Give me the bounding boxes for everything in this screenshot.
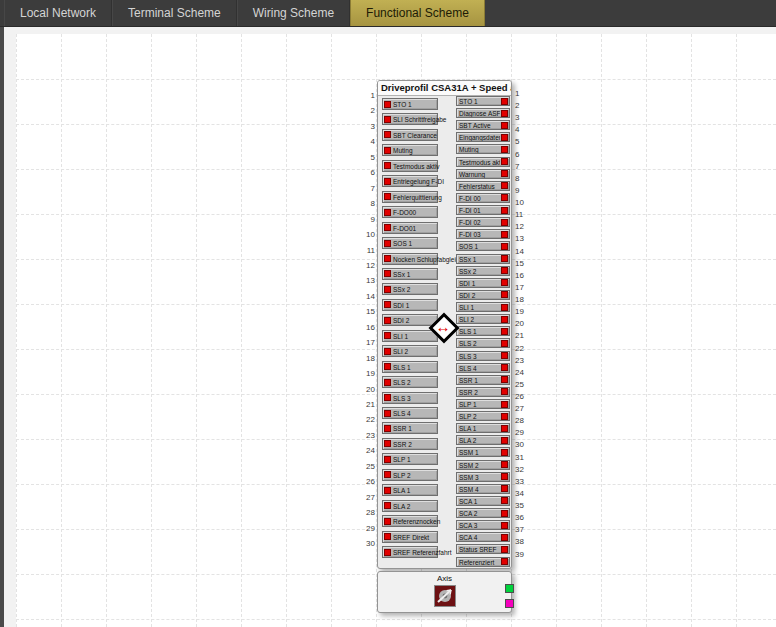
output-pin[interactable]: SSM 3 xyxy=(456,472,510,482)
tab-functional-scheme[interactable]: Functional Scheme xyxy=(350,0,485,26)
input-pin[interactable]: SLS 2 xyxy=(382,376,438,388)
output-pin[interactable]: SLS 3 xyxy=(456,351,510,361)
input-pin[interactable]: SSR 1 xyxy=(382,422,438,434)
pin-label: SSx 2 xyxy=(393,285,410,294)
input-pin[interactable]: STO 1 xyxy=(382,98,438,110)
pin-connector-icon xyxy=(501,461,508,468)
pin-label: SOS 1 xyxy=(459,243,500,250)
connection-handle[interactable]: ↔ xyxy=(428,312,458,342)
tab-local-network[interactable]: Local Network xyxy=(4,0,112,26)
input-pin[interactable]: SLP 1 xyxy=(382,453,438,465)
output-pin[interactable]: SLI 2 xyxy=(456,314,510,324)
input-pin[interactable]: SSR 2 xyxy=(382,438,438,450)
output-pin[interactable]: Referenziert xyxy=(456,557,510,567)
pin-label: SSM 2 xyxy=(459,462,500,469)
output-pin[interactable]: SCA 4 xyxy=(456,532,510,542)
output-pin[interactable]: F-DI 01 xyxy=(456,205,510,215)
output-pin[interactable]: Fehlerstatus xyxy=(456,181,510,191)
output-pin[interactable]: STO 1 xyxy=(456,96,510,106)
output-pin[interactable]: SLP 2 xyxy=(456,411,510,421)
pin-connector-icon xyxy=(384,502,391,509)
output-pin[interactable]: SCA 2 xyxy=(456,508,510,518)
grid-line xyxy=(556,34,557,627)
input-pin[interactable]: Testmodus aktiv xyxy=(382,160,438,172)
input-pin[interactable]: Nocken Schlupfabgleich xyxy=(382,253,438,265)
output-pin[interactable]: Testmodus aktiv xyxy=(456,157,510,167)
input-pin[interactable]: F-DO00 xyxy=(382,206,438,218)
axis-port-magenta[interactable] xyxy=(505,599,514,608)
tab-wiring-scheme[interactable]: Wiring Scheme xyxy=(237,0,350,26)
output-pin[interactable]: SLS 2 xyxy=(456,338,510,348)
output-pin[interactable]: SDI 2 xyxy=(456,290,510,300)
input-pin[interactable]: SLA 2 xyxy=(382,500,438,512)
output-pin[interactable]: SBT Active xyxy=(456,120,510,130)
tab-terminal-scheme[interactable]: Terminal Scheme xyxy=(112,0,237,26)
output-pin[interactable]: SDI 1 xyxy=(456,278,510,288)
pin-label: SLP 2 xyxy=(459,413,500,420)
output-pin[interactable]: SSx 2 xyxy=(456,266,510,276)
pin-connector-icon xyxy=(501,134,508,141)
input-pin[interactable]: SLA 1 xyxy=(382,484,438,496)
input-pin[interactable]: SREF Referenzfahrt xyxy=(382,546,438,558)
input-pin[interactable]: SDI 1 xyxy=(382,299,438,311)
pin-connector-icon xyxy=(384,456,391,463)
output-pin[interactable]: SSx 1 xyxy=(456,254,510,264)
pin-label: SSM 1 xyxy=(459,449,500,456)
output-pin[interactable]: SCA 1 xyxy=(456,496,510,506)
input-pin[interactable]: Muting xyxy=(382,144,438,156)
pin-connector-icon xyxy=(384,425,391,432)
axis-motor-icon[interactable] xyxy=(434,585,456,607)
input-pin[interactable]: Fehlerquittierung xyxy=(382,191,438,203)
input-pin[interactable]: SLI Schrittfreigabe xyxy=(382,113,438,125)
output-pin[interactable]: SLP 1 xyxy=(456,399,510,409)
pin-connector-icon xyxy=(501,425,508,432)
input-pin[interactable]: SLP 2 xyxy=(382,469,438,481)
pin-connector-icon xyxy=(384,147,391,154)
output-pin[interactable]: SOS 1 xyxy=(456,241,510,251)
input-pin[interactable]: SLS 1 xyxy=(382,361,438,373)
input-pin[interactable]: Entriegelung F-DI xyxy=(382,175,438,187)
output-pin[interactable]: SSR 1 xyxy=(456,375,510,385)
pin-connector-icon xyxy=(384,533,391,540)
output-pin[interactable]: SSM 2 xyxy=(456,460,510,470)
output-pin[interactable]: SCA 3 xyxy=(456,520,510,530)
output-pin[interactable]: SSM 4 xyxy=(456,484,510,494)
output-pin[interactable]: Diagnose ASF xyxy=(456,108,510,118)
pin-number: 2 xyxy=(362,107,375,115)
input-pin[interactable]: SLS 4 xyxy=(382,407,438,419)
pin-connector-icon xyxy=(501,449,508,456)
input-pin[interactable]: SLI 2 xyxy=(382,345,438,357)
output-pin[interactable]: SSR 2 xyxy=(456,387,510,397)
output-pin[interactable]: F-DI 02 xyxy=(456,217,510,227)
output-pin[interactable]: SLI 1 xyxy=(456,302,510,312)
output-pin[interactable]: F-DI 03 xyxy=(456,229,510,239)
output-pin[interactable]: Status SREF xyxy=(456,544,510,554)
pin-number: 6 xyxy=(515,151,529,159)
input-pin[interactable]: SREF Direkt xyxy=(382,531,438,543)
input-pin[interactable]: SSx 2 xyxy=(382,283,438,295)
input-pin[interactable]: SBT Clearance xyxy=(382,129,438,141)
input-pin[interactable]: SSx 1 xyxy=(382,268,438,280)
grid-line xyxy=(241,34,242,627)
input-pin[interactable]: Referenznocken xyxy=(382,515,438,527)
output-pin[interactable]: Warnung xyxy=(456,169,510,179)
axis-block[interactable]: Axis xyxy=(377,571,512,613)
grid-line xyxy=(16,619,776,620)
pin-connector-icon xyxy=(501,413,508,420)
input-pin[interactable]: SLS 3 xyxy=(382,392,438,404)
pin-number: 15 xyxy=(515,260,529,268)
input-pin[interactable]: F-DO01 xyxy=(382,222,438,234)
pin-label: Eingangsdaten gül xyxy=(459,134,500,141)
output-pin[interactable]: SLS 4 xyxy=(456,363,510,373)
output-pin[interactable]: SLS 1 xyxy=(456,326,510,336)
output-pin[interactable]: SSM 1 xyxy=(456,447,510,457)
output-pin[interactable]: SLA 1 xyxy=(456,423,510,433)
axis-port-green[interactable] xyxy=(505,584,514,593)
output-pin[interactable]: F-DI 00 xyxy=(456,193,510,203)
function-block-title[interactable]: Driveprofil CSA31A + Speed a... xyxy=(378,81,511,96)
output-pin[interactable]: Muting xyxy=(456,144,510,154)
output-pin[interactable]: SLA 2 xyxy=(456,435,510,445)
pin-number: 22 xyxy=(515,345,529,353)
output-pin[interactable]: Eingangsdaten gül xyxy=(456,132,510,142)
input-pin[interactable]: SOS 1 xyxy=(382,237,438,249)
